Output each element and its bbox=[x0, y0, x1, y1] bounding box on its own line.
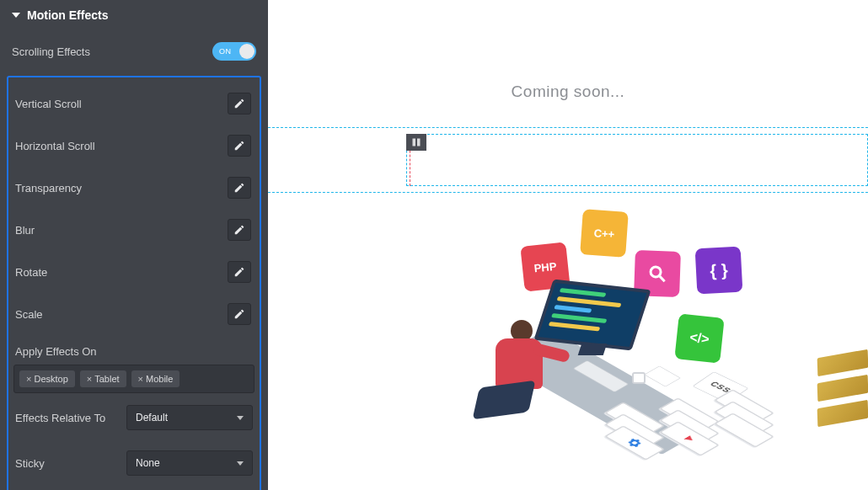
effects-relative-label: Effects Relative To bbox=[15, 412, 105, 424]
sticky-select[interactable]: None bbox=[126, 450, 253, 476]
page-heading: Coming soon... bbox=[512, 83, 625, 101]
scrolling-effects-row: Scrolling Effects ON bbox=[0, 30, 268, 76]
sticky-label: Sticky bbox=[15, 457, 45, 470]
vertical-scroll-row: Vertical Scroll bbox=[13, 83, 255, 125]
gold-blocks-decoration bbox=[809, 354, 868, 455]
close-icon[interactable]: × bbox=[26, 374, 31, 384]
close-icon[interactable]: × bbox=[138, 374, 143, 384]
editor-sidebar: Motion Effects Scrolling Effects ON Vert… bbox=[0, 0, 268, 490]
toggle-knob bbox=[239, 44, 255, 59]
pencil-icon bbox=[233, 182, 245, 194]
gear-stack bbox=[605, 421, 664, 456]
chevron-down-icon bbox=[237, 461, 244, 466]
columns-icon bbox=[411, 137, 421, 147]
effects-relative-row: Effects Relative To Default bbox=[13, 393, 255, 439]
transparency-row: Transparency bbox=[13, 167, 255, 209]
blur-edit-button[interactable] bbox=[228, 219, 251, 241]
toggle-on-text: ON bbox=[219, 47, 232, 56]
scale-label: Scale bbox=[15, 308, 43, 321]
pencil-icon bbox=[233, 308, 245, 320]
transparency-edit-button[interactable] bbox=[228, 177, 251, 199]
vertical-scroll-label: Vertical Scroll bbox=[15, 98, 82, 110]
rotate-row: Rotate bbox=[13, 251, 255, 293]
papers-shape bbox=[644, 365, 681, 386]
rotate-label: Rotate bbox=[15, 266, 47, 279]
chevron-down-icon bbox=[12, 13, 20, 18]
play-icon bbox=[680, 434, 699, 445]
rotate-edit-button[interactable] bbox=[228, 261, 251, 283]
device-chip-desktop[interactable]: ×Desktop bbox=[19, 370, 75, 387]
braces-badge: { } bbox=[695, 247, 743, 295]
code-badge: </> bbox=[674, 313, 724, 363]
effects-group: Vertical Scroll Horizontal Scroll Transp… bbox=[7, 76, 261, 490]
effects-relative-select[interactable]: Default bbox=[126, 405, 253, 430]
transparency-label: Transparency bbox=[15, 182, 82, 194]
pencil-icon bbox=[233, 224, 245, 236]
chevron-down-icon bbox=[237, 416, 244, 420]
pencil-icon bbox=[233, 98, 245, 109]
svg-line-1 bbox=[660, 276, 665, 281]
developer-illustration: PHP C++ { } </> CSS bbox=[445, 219, 849, 471]
motion-effects-section-header[interactable]: Motion Effects bbox=[0, 0, 268, 30]
column-outline[interactable] bbox=[406, 134, 868, 186]
scale-row: Scale bbox=[13, 293, 255, 335]
close-icon[interactable]: × bbox=[87, 374, 92, 384]
horizontal-scroll-edit-button[interactable] bbox=[228, 135, 251, 157]
css-stack bbox=[715, 408, 774, 444]
scrolling-effects-toggle[interactable]: ON bbox=[212, 42, 256, 61]
sticky-value: None bbox=[136, 457, 160, 469]
cpp-badge: C++ bbox=[580, 209, 629, 258]
scale-edit-button[interactable] bbox=[228, 303, 251, 325]
blur-row: Blur bbox=[13, 209, 255, 251]
device-chip-tablet[interactable]: ×Tablet bbox=[80, 370, 126, 387]
column-handle[interactable] bbox=[406, 134, 426, 151]
horizontal-scroll-label: Horizontal Scroll bbox=[15, 140, 95, 152]
horizontal-scroll-row: Horizontal Scroll bbox=[13, 125, 255, 167]
person-shape bbox=[485, 320, 543, 389]
triangle-stack bbox=[660, 417, 719, 452]
device-chip-mobile[interactable]: ×Mobile bbox=[131, 370, 180, 387]
gear-icon bbox=[624, 437, 645, 450]
scrolling-effects-label: Scrolling Effects bbox=[12, 45, 90, 58]
apply-effects-device-chips[interactable]: ×Desktop ×Tablet ×Mobile bbox=[13, 365, 255, 393]
apply-effects-on-label: Apply Effects On bbox=[13, 335, 255, 365]
vertical-scroll-edit-button[interactable] bbox=[228, 93, 251, 115]
section-title: Motion Effects bbox=[27, 8, 108, 22]
chair-shape bbox=[472, 381, 535, 420]
svg-point-0 bbox=[651, 267, 661, 277]
pencil-icon bbox=[233, 140, 245, 152]
preview-canvas: Coming soon... PHP C++ { } </> CSS bbox=[268, 0, 868, 490]
pencil-icon bbox=[233, 266, 245, 278]
search-icon bbox=[647, 264, 668, 285]
sticky-row: Sticky None bbox=[13, 439, 255, 484]
effects-relative-value: Default bbox=[136, 412, 168, 423]
blur-label: Blur bbox=[15, 224, 35, 237]
